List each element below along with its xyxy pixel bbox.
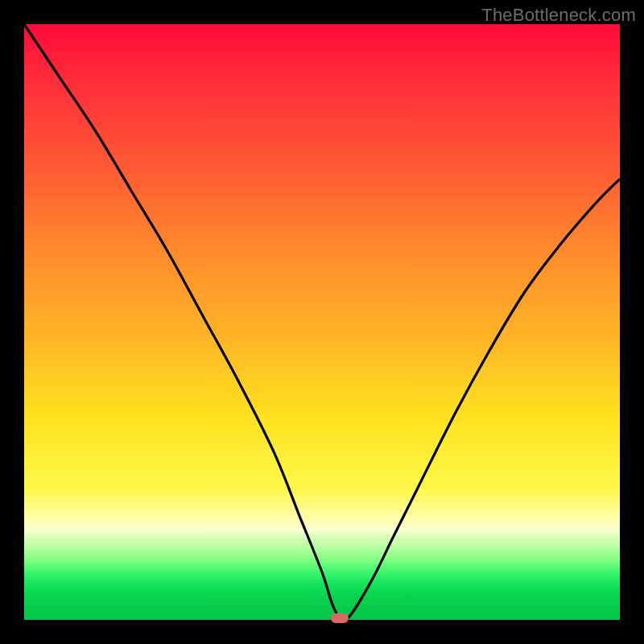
chart-frame: TheBottleneck.com [0, 0, 644, 644]
bottleneck-curve [24, 24, 620, 620]
watermark-text: TheBottleneck.com [481, 5, 636, 26]
curve-path [24, 24, 620, 621]
minimum-marker [331, 613, 349, 623]
